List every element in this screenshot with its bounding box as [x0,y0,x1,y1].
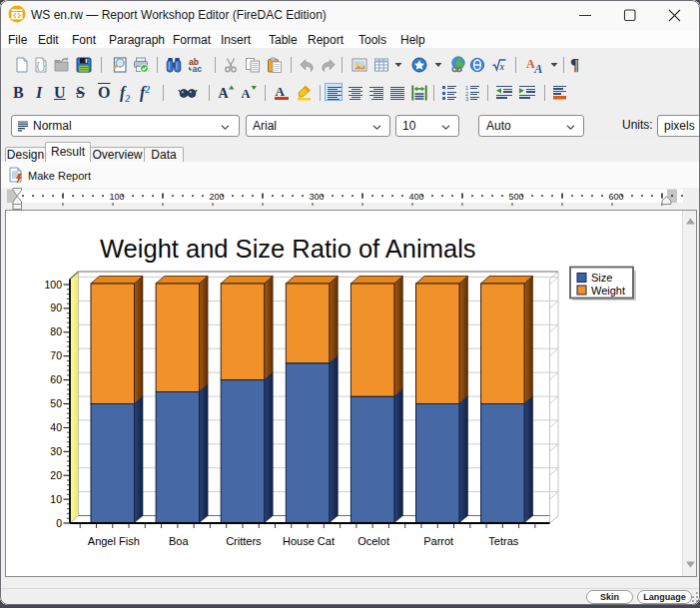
svg-text:400: 400 [408,192,423,202]
svg-text:0: 0 [56,517,62,529]
svg-text:30: 30 [50,445,62,457]
svg-text:20: 20 [50,469,62,481]
svg-text:300: 300 [309,192,324,202]
svg-text:Size: Size [591,272,612,284]
svg-text:500: 500 [508,192,523,202]
svg-text:x: x [499,61,505,72]
svg-text:80: 80 [50,325,62,337]
svg-text:House Cat: House Cat [283,535,335,547]
svg-text:Critters: Critters [226,535,262,547]
svg-text:100: 100 [109,192,124,202]
svg-text:600: 600 [608,192,623,202]
svg-text:A: A [219,86,230,101]
svg-text:A: A [276,84,286,99]
svg-text:ac: ac [193,64,203,73]
svg-text:A: A [533,62,542,75]
svg-text:40: 40 [50,421,62,433]
svg-text:A: A [242,87,251,101]
svg-text:Angel Fish: Angel Fish [88,535,140,547]
svg-text:Ocelot: Ocelot [357,535,389,547]
svg-text:60: 60 [50,373,62,385]
svg-text:Boa: Boa [169,535,189,547]
svg-text:Weight: Weight [591,285,625,297]
svg-text:Tetras: Tetras [488,535,518,547]
svg-text:50: 50 [50,397,62,409]
svg-text:Weight and Size Ratio of Anima: Weight and Size Ratio of Animals [100,235,476,263]
svg-text:100: 100 [44,279,62,291]
svg-text:70: 70 [50,349,62,361]
svg-text:10: 10 [50,493,62,505]
svg-text:{ }: { } [36,60,45,71]
svg-text:90: 90 [50,302,62,313]
svg-text:Parrot: Parrot [423,535,453,547]
svg-text:200: 200 [209,192,224,202]
svg-text:3: 3 [465,96,468,101]
